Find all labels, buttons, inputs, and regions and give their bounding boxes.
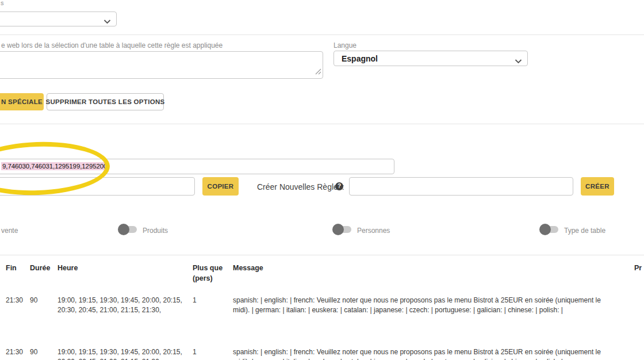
web-note-textarea[interactable]	[0, 51, 323, 79]
creer-button[interactable]: CRÉER	[581, 177, 614, 196]
section-divider	[0, 35, 644, 35]
help-icon[interactable]: ?	[335, 182, 343, 190]
top-label-fragment: s	[1, 0, 4, 6]
cell-message-line2: midi). | german: | italian: | euskera: |…	[233, 305, 563, 315]
col-header-fin: Fin	[6, 263, 17, 273]
web-note-label: e web lors de la sélection d'une table à…	[1, 41, 223, 49]
cell-plus: 1	[193, 347, 197, 357]
col-header-plus-que-line2: (pers)	[193, 273, 213, 284]
toggle-personnes-label: Personnes	[357, 227, 390, 235]
delete-all-options-button[interactable]: SUPPRIMER TOUTES LES OPTIONS	[47, 93, 164, 110]
col-header-right-partial: Pr	[634, 263, 642, 273]
toggle-personnes[interactable]	[332, 224, 352, 235]
col-header-duree: Durée	[30, 263, 50, 273]
cell-duree: 90	[30, 347, 37, 357]
col-header-heure: Heure	[57, 263, 78, 273]
cell-heure-line1: 19:00, 19:15, 19:30, 19:45, 20:00, 20:15…	[57, 347, 182, 357]
copy-source-input[interactable]	[0, 177, 195, 196]
toggle-type-de-table[interactable]	[539, 224, 559, 235]
cell-fin: 21:30	[6, 296, 23, 305]
create-rules-input[interactable]	[349, 177, 573, 196]
toggle-produits[interactable]	[118, 224, 137, 235]
toggle-knob	[539, 224, 551, 235]
toggle-produits-label: Produits	[143, 227, 168, 235]
resize-handle-icon[interactable]	[315, 67, 321, 77]
toggle-type-de-table-label: Type de table	[564, 227, 605, 235]
cell-heure-line2: 20:30, 20:45, 21:00, 21:15, 21:30,	[57, 305, 161, 315]
cell-fin: 21:30	[6, 347, 23, 357]
cell-duree: 90	[30, 296, 37, 305]
chevron-down-icon	[515, 56, 522, 61]
toggle-knob	[332, 224, 344, 235]
col-header-plus-que-line1: Plus que	[193, 263, 223, 273]
cell-heure-line2: 20:30, 20:45, 21:00, 21:15, 21:30,	[57, 357, 161, 360]
special-option-button[interactable]: N SPÉCIALE	[0, 93, 44, 110]
cell-message-line1: spanish: | english: | french: Veuillez n…	[233, 347, 601, 357]
cell-message-line2: midi). | german: | italian: | euskera: |…	[233, 357, 563, 360]
section-divider	[0, 124, 644, 124]
copier-button[interactable]: COPIER	[202, 177, 239, 196]
create-rules-label: Créer Nouvelles Règles:	[257, 182, 344, 192]
toggle-vente-label: vente	[1, 227, 18, 235]
cell-plus: 1	[193, 296, 197, 305]
toggle-knob	[118, 224, 129, 235]
chevron-down-icon	[103, 17, 111, 22]
col-header-message: Message	[233, 263, 263, 273]
cell-heure-line1: 19:00, 19:15, 19:30, 19:45, 20:00, 20:15…	[57, 296, 182, 305]
langue-label: Langue	[334, 41, 356, 49]
table-top-divider	[0, 255, 644, 255]
langue-select-value: Espagnol	[342, 54, 378, 63]
selected-rule-ids-text: 9,746030,746031,1295199,1295200	[1, 162, 108, 170]
top-select[interactable]	[0, 12, 117, 26]
langue-select[interactable]: Espagnol	[334, 51, 528, 66]
rule-ids-input[interactable]: 9,746030,746031,1295199,1295200	[0, 159, 394, 174]
cell-message-line1: spanish: | english: | french: Veuillez n…	[233, 296, 601, 305]
